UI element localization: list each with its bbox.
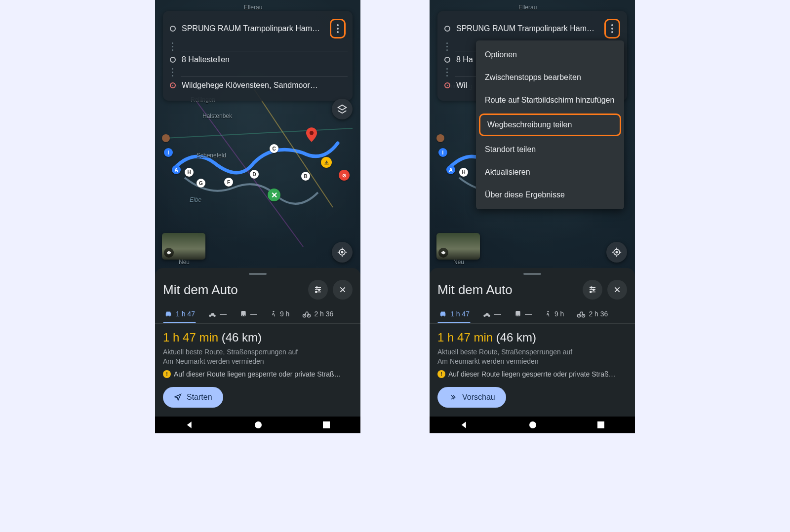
svg-point-0 (310, 131, 314, 135)
svg-point-49 (516, 315, 517, 316)
menu-item-refresh[interactable]: Aktualisieren (476, 161, 624, 184)
start-button-label: Starten (187, 393, 212, 402)
route-start-row[interactable]: SPRUNG RAUM Trampolinpark Hamb… (168, 15, 348, 42)
waypoint-marker[interactable]: B (301, 172, 310, 181)
route-destination-row[interactable]: Wildgehege Klövensteen, Sandmoor… (168, 77, 348, 94)
svg-point-2 (337, 28, 339, 30)
route-stops-row[interactable]: 8 Haltestellen (168, 51, 348, 68)
route-connector-icon (172, 68, 173, 76)
tab-car[interactable]: 1 h 47 (163, 306, 196, 323)
waypoint-marker[interactable]: I (438, 148, 447, 157)
destination-pin-icon[interactable] (306, 127, 317, 142)
mode-car-label: 1 h 47 (450, 310, 470, 318)
streetview-thumbnail[interactable] (436, 233, 480, 260)
travel-mode-tabs: 1 h 47 — — 9 h 2 h 36 (437, 306, 627, 323)
circle-icon (170, 57, 176, 63)
menu-item-add-homescreen[interactable]: Route auf Startbildschirm hinzufügen (476, 89, 624, 112)
tab-transit[interactable]: — (238, 307, 258, 323)
waypoint-marker[interactable]: C (270, 144, 278, 153)
tab-bike[interactable]: 2 h 36 (301, 306, 334, 323)
destination-icon (170, 82, 176, 88)
locate-me-button[interactable] (332, 242, 353, 263)
back-icon[interactable] (185, 420, 194, 429)
menu-item-about-results[interactable]: Über diese Ergebnisse (476, 184, 624, 206)
recents-icon[interactable] (597, 421, 605, 429)
menu-item-options[interactable]: Optionen (476, 43, 624, 66)
drag-handle[interactable] (523, 273, 541, 275)
phone-right: Ellerau Pinneberg Neu I A H SPRUNG RAUM … (430, 0, 635, 433)
close-button[interactable] (607, 280, 627, 300)
route-start-row[interactable]: SPRUNG RAUM Trampolinpark Hamb… (442, 15, 622, 42)
layers-button[interactable] (332, 99, 353, 119)
tab-transit[interactable]: — (513, 307, 533, 323)
route-warning: ! Auf dieser Route liegen gesperrte oder… (163, 370, 353, 378)
menu-item-share-directions[interactable]: Wegbeschreibung teilen (479, 114, 621, 136)
locate-me-button[interactable] (606, 242, 627, 263)
sheet-title: Mit dem Auto (163, 282, 238, 298)
waypoint-marker[interactable]: D (250, 170, 259, 179)
svg-rect-48 (515, 311, 520, 316)
directions-sheet[interactable]: Mit dem Auto 1 h 47 — — (430, 268, 635, 417)
svg-point-41 (591, 287, 592, 288)
waypoint-marker[interactable]: I (164, 148, 173, 157)
svg-point-1 (337, 24, 339, 26)
drag-handle[interactable] (249, 273, 267, 275)
back-icon[interactable] (460, 420, 469, 429)
phone-left: Ellerau Pinneberg Bönningstedt Rellingen… (155, 0, 360, 433)
home-icon[interactable] (529, 421, 537, 429)
tab-walk[interactable]: 9 h (269, 306, 290, 323)
mode-transit-label: — (250, 310, 257, 318)
route-connector-icon (446, 42, 448, 51)
tab-bike[interactable]: 2 h 36 (576, 306, 609, 323)
route-connector-icon (172, 42, 173, 51)
route-summary-time: 1 h 47 min (46 km) (437, 331, 627, 344)
streetview-thumbnail[interactable] (162, 233, 205, 260)
tab-motorcycle[interactable]: — (481, 306, 502, 323)
menu-item-edit-stops[interactable]: Zwischenstopps bearbeiten (476, 66, 624, 89)
menu-item-share-location[interactable]: Standort teilen (476, 138, 624, 161)
svg-point-30 (611, 28, 613, 30)
construction-icon: ⚠ (321, 157, 332, 168)
waypoint-marker[interactable]: H (185, 168, 194, 177)
svg-point-42 (593, 289, 594, 291)
route-stops-card: SPRUNG RAUM Trampolinpark Hamb… 8 Haltes… (163, 11, 353, 101)
recents-icon[interactable] (322, 421, 330, 429)
home-icon[interactable] (254, 421, 262, 429)
tab-walk[interactable]: 9 h (544, 306, 565, 323)
mode-motorcycle-label: — (220, 310, 227, 318)
route-summary-subtitle: Aktuell beste Route, Straßensperrungen a… (437, 347, 627, 366)
waypoint-marker[interactable]: H (459, 168, 468, 177)
mode-car-label: 1 h 47 (176, 310, 195, 318)
waypoint-marker[interactable]: G (197, 179, 205, 188)
preview-button[interactable]: Vorschau (437, 387, 506, 408)
route-warning: ! Auf dieser Route liegen gesperrte oder… (437, 370, 627, 378)
travel-mode-tabs: 1 h 47 — — 9 h 2 h 36 (163, 306, 353, 323)
start-navigation-button[interactable]: Starten (163, 387, 223, 408)
route-options-button[interactable] (583, 280, 602, 300)
map-label: Ellerau (244, 4, 262, 11)
more-options-button[interactable] (330, 19, 346, 38)
close-button[interactable] (333, 280, 353, 300)
mode-transit-label: — (525, 310, 532, 318)
overflow-menu: Optionen Zwischenstopps bearbeiten Route… (476, 40, 624, 209)
tab-motorcycle[interactable]: — (207, 306, 228, 323)
svg-point-23 (244, 315, 245, 316)
waypoint-marker[interactable]: A (446, 165, 455, 174)
svg-rect-21 (241, 311, 245, 316)
mode-motorcycle-label: — (494, 310, 501, 318)
waypoint-marker[interactable]: A (172, 165, 181, 174)
directions-sheet[interactable]: Mit dem Auto 1 h 47 — — (155, 268, 360, 417)
android-nav-bar (430, 417, 635, 433)
route-start-text: SPRUNG RAUM Trampolinpark Hamb… (182, 24, 324, 33)
more-options-button[interactable] (604, 19, 620, 38)
svg-rect-55 (597, 421, 604, 428)
route-options-button[interactable] (308, 280, 328, 300)
svg-rect-28 (323, 421, 330, 428)
closed-road-icon: ✕ (268, 189, 280, 201)
svg-point-51 (547, 311, 549, 312)
android-nav-bar (155, 417, 360, 433)
tab-car[interactable]: 1 h 47 (437, 306, 471, 323)
map-label: Neu (453, 259, 464, 266)
waypoint-marker[interactable]: F (224, 178, 233, 187)
poi-marker (162, 134, 170, 142)
